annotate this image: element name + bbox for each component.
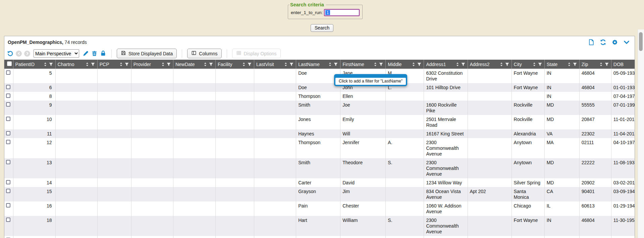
cell-lastvisit	[254, 201, 296, 216]
filter-icon[interactable]	[209, 62, 213, 67]
filter-icon[interactable]	[538, 62, 542, 67]
filter-icon[interactable]	[461, 62, 466, 67]
cell-firstname: Joe	[340, 101, 386, 115]
row-checkbox[interactable]	[6, 131, 10, 135]
sort-icon[interactable]	[373, 62, 378, 67]
column-label-middle[interactable]: Middle	[388, 62, 410, 67]
row-checkbox[interactable]	[6, 160, 10, 164]
select-all-checkbox[interactable]	[7, 61, 12, 66]
filter-icon[interactable]	[573, 62, 577, 67]
lock-icon[interactable]	[100, 50, 106, 57]
chevron-down-icon[interactable]	[623, 39, 630, 46]
cell-patientid: 10	[13, 115, 55, 129]
refresh-icon[interactable]	[600, 39, 606, 46]
column-label-pcp[interactable]: PCP	[100, 62, 118, 67]
cell-lastvisit	[254, 69, 296, 83]
cell-provider	[131, 101, 173, 115]
cell-lastvisit	[254, 236, 296, 238]
cell-provider	[131, 201, 173, 216]
row-checkbox[interactable]	[6, 140, 10, 144]
column-header-zip: Zip	[579, 60, 611, 69]
cell-facility	[215, 83, 254, 92]
table-row: 9SmithJoe1600 Rockville PikeRockvilleMD5…	[4, 101, 635, 115]
cell-middle	[386, 129, 424, 138]
perspective-select[interactable]: Main Perspective	[34, 49, 79, 58]
sort-icon[interactable]	[328, 62, 332, 67]
column-label-facility[interactable]: Facility	[218, 62, 240, 67]
filter-icon[interactable]	[166, 62, 171, 67]
sort-icon[interactable]	[411, 62, 416, 67]
trash-icon[interactable]	[91, 50, 98, 57]
column-label-address1[interactable]: Address1	[426, 62, 454, 67]
row-checkbox[interactable]	[6, 94, 10, 98]
filter-icon[interactable]	[417, 62, 422, 67]
sort-icon[interactable]	[241, 62, 246, 67]
filter-icon[interactable]	[289, 62, 294, 67]
filter-icon[interactable]	[604, 62, 609, 67]
cell-zip: 90401	[579, 187, 611, 201]
filter-icon[interactable]	[124, 62, 129, 67]
column-label-lastname[interactable]: LastName	[298, 62, 327, 67]
sort-icon[interactable]	[455, 62, 460, 67]
sort-icon[interactable]	[119, 62, 123, 67]
row-checkbox[interactable]	[6, 102, 10, 107]
sort-icon[interactable]	[567, 62, 572, 67]
column-label-newdate[interactable]: NewDate	[175, 62, 202, 67]
cell-dob: 01-01-1939	[611, 83, 635, 92]
store-displayed-data-button[interactable]: Store Displayed Data	[117, 49, 177, 58]
column-label-address2[interactable]: Address2	[470, 62, 498, 67]
edit-pencil-icon[interactable]	[83, 50, 89, 57]
gear-icon[interactable]	[611, 39, 618, 46]
sort-icon[interactable]	[499, 62, 504, 67]
row-checkbox[interactable]	[6, 70, 10, 75]
cell-patientid: 18	[13, 216, 55, 236]
sort-icon[interactable]	[85, 62, 90, 67]
cell-lastname: Pain	[296, 201, 340, 216]
search-button[interactable]: Search	[311, 24, 333, 32]
sort-icon[interactable]	[599, 62, 603, 67]
column-label-state[interactable]: State	[547, 62, 566, 67]
row-checkbox[interactable]	[6, 85, 10, 89]
filter-icon[interactable]	[247, 62, 252, 67]
cell-firstname: Chester	[340, 201, 386, 216]
filter-icon[interactable]	[505, 62, 509, 67]
columns-icon	[191, 50, 197, 57]
cell-address2: Apt 202	[468, 187, 512, 201]
row-checkbox[interactable]	[6, 117, 10, 121]
row-checkbox[interactable]	[6, 218, 10, 222]
sort-icon[interactable]	[532, 62, 537, 67]
sort-icon[interactable]	[161, 62, 165, 67]
filter-icon[interactable]	[49, 62, 53, 67]
column-label-city[interactable]: City	[514, 62, 531, 67]
column-label-zip[interactable]: Zip	[582, 62, 598, 67]
cell-provider	[131, 129, 173, 138]
cell-middle	[386, 101, 424, 115]
table-row: 8ThompsonEllenIN07-04-1970	[4, 92, 635, 101]
column-label-chartno[interactable]: Chartno	[58, 62, 84, 67]
filter-icon[interactable]	[333, 62, 338, 67]
cell-address2	[468, 92, 512, 101]
column-label-dob[interactable]: DOB	[613, 62, 635, 67]
cell-chartno	[55, 216, 97, 236]
vertical-scrollbar-thumb[interactable]	[639, 32, 643, 51]
sort-icon[interactable]	[203, 62, 208, 67]
columns-button[interactable]: Columns	[187, 49, 221, 58]
sort-icon[interactable]	[43, 62, 48, 67]
row-checkbox[interactable]	[6, 189, 10, 193]
sort-icon[interactable]	[283, 62, 288, 67]
row-checkbox[interactable]	[6, 180, 10, 184]
filter-icon[interactable]	[91, 62, 95, 67]
column-label-firstname[interactable]: FirstName	[342, 62, 372, 67]
row-select-cell	[4, 201, 13, 216]
filter-icon[interactable]	[379, 62, 383, 67]
vertical-scrollbar-track[interactable]	[638, 29, 644, 238]
undo-icon[interactable]	[7, 50, 13, 57]
cell-zip	[579, 236, 611, 238]
row-checkbox[interactable]	[6, 203, 10, 207]
new-document-icon[interactable]	[588, 39, 595, 46]
enter-1-to-run-input[interactable]: 1	[324, 9, 360, 16]
column-label-patientid[interactable]: PatientID	[15, 62, 42, 67]
column-label-provider[interactable]: Provider	[133, 62, 160, 67]
column-label-lastvisit[interactable]: LastVisit	[256, 62, 282, 67]
cell-pcp	[97, 92, 131, 101]
